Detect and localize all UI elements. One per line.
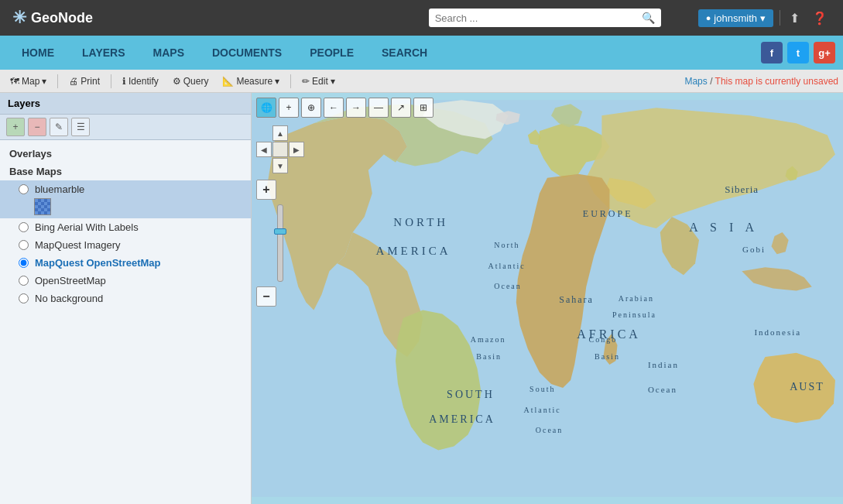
layer-bing-aerial[interactable]: Bing Aerial With Labels (0, 218, 251, 236)
logo-text: GeoNode (31, 10, 93, 26)
layer-label-none: No background (35, 293, 242, 304)
bluemarble-thumbnail (34, 198, 51, 215)
layer-no-background[interactable]: No background (0, 290, 251, 307)
map-tools-row: 🌐 + ⊕ ← → — ↗ ⊞ (256, 98, 433, 118)
world-map-svg (252, 93, 843, 504)
zoom-in-map-tool[interactable]: + (279, 98, 299, 118)
facebook-icon[interactable]: f (761, 42, 783, 63)
layer-mapquest-imagery[interactable]: MapQuest Imagery (0, 236, 251, 254)
layers-tools: + − ✎ ☰ (0, 115, 251, 140)
social-icons: f t g+ (761, 42, 835, 63)
pan-center (272, 142, 288, 157)
print-button[interactable]: 🖨 Print (63, 74, 105, 89)
user-area: ● johnsmith ▾ ⬆ ❓ (698, 9, 831, 27)
toolbar-separator-3 (290, 74, 291, 88)
overlays-label: Overlays (0, 145, 251, 163)
twitter-icon[interactable]: t (787, 42, 809, 63)
basemap-radio-mapquest-img[interactable] (19, 240, 29, 250)
user-menu-button[interactable]: ● johnsmith ▾ (698, 9, 773, 27)
layers-title: Layers (8, 98, 40, 109)
layer-label-mapquest-osm: MapQuest OpenStreetMap (35, 257, 242, 269)
main-navigation: HOME LAYERS MAPS DOCUMENTS PEOPLE SEARCH… (0, 36, 843, 70)
globe-map-tool[interactable]: 🌐 (256, 98, 276, 118)
identify-map-tool[interactable]: ⊕ (301, 98, 321, 118)
pan-up-button[interactable]: ▲ (272, 125, 288, 141)
content-area: Layers + − ✎ ☰ Overlays Base Maps bluema… (0, 93, 843, 504)
map-menu-button[interactable]: 🗺 Map ▾ (5, 74, 52, 89)
nav-divider (780, 10, 780, 26)
map-toolbar-bar: 🗺 Map ▾ 🖨 Print ℹ Identify ⚙ Query 📐 Mea… (0, 70, 843, 93)
toolbar-separator-2 (111, 74, 111, 88)
zoom-slider-track (277, 204, 283, 282)
measure-line-tool[interactable]: — (368, 98, 389, 118)
basemap-radio-bluemarble[interactable] (19, 184, 29, 194)
bluemarble-thumb-row (0, 198, 251, 218)
nav-people[interactable]: PEOPLE (296, 37, 368, 68)
nav-search[interactable]: SEARCH (368, 37, 441, 68)
add-layer-button[interactable]: + (6, 118, 25, 136)
breadcrumb: Maps / This map is currently unsaved (684, 76, 838, 87)
pan-right-button[interactable]: ▶ (289, 142, 304, 157)
map-view[interactable]: 🌐 + ⊕ ← → — ↗ ⊞ ▲ ◀ ▶ ▼ + (252, 93, 843, 504)
help-button[interactable]: ❓ (809, 9, 831, 27)
edit-layer-button[interactable]: ✎ (50, 118, 68, 136)
measure-button[interactable]: 📐 Measure ▾ (217, 74, 285, 89)
query-button[interactable]: ⚙ Query (167, 74, 214, 89)
basemaps-label: Base Maps (0, 163, 251, 180)
top-navigation: ✳ GeoNode 🔍 ● johnsmith ▾ ⬆ ❓ (0, 0, 843, 36)
layer-label-mapquest-img: MapQuest Imagery (35, 239, 242, 251)
layer-mapquest-osm[interactable]: MapQuest OpenStreetMap (0, 254, 251, 272)
toolbar-separator (57, 74, 58, 88)
pan-left-button[interactable]: ◀ (256, 142, 272, 157)
map-zoom-controls: ▲ ◀ ▶ ▼ + − (256, 125, 304, 307)
layer-label-bluemarble: bluemarble (35, 183, 242, 195)
layer-options-button[interactable]: ☰ (71, 118, 90, 136)
search-bar: 🔍 (429, 9, 661, 27)
layers-panel: Layers + − ✎ ☰ Overlays Base Maps bluema… (0, 93, 252, 504)
zoom-in-button[interactable]: + (256, 180, 276, 200)
googleplus-icon[interactable]: g+ (814, 42, 835, 63)
pan-down-button[interactable]: ▼ (272, 158, 288, 173)
nav-maps[interactable]: MAPS (139, 37, 198, 68)
basemap-radio-bing[interactable] (19, 222, 29, 232)
basemap-radio-osm[interactable] (19, 276, 29, 286)
pan-controls: ▲ ◀ ▶ ▼ (256, 125, 304, 173)
zoom-out-button[interactable]: − (256, 286, 276, 307)
search-input[interactable] (435, 12, 637, 24)
prev-extent-map-tool[interactable]: ← (324, 98, 344, 118)
next-extent-map-tool[interactable]: → (346, 98, 366, 118)
user-dropdown-icon: ▾ (760, 12, 766, 24)
layers-list: Overlays Base Maps bluemarble Bing Aeria… (0, 140, 251, 504)
basemap-radio-mapquest-osm[interactable] (19, 258, 29, 268)
map-status: This map is currently unsaved (715, 76, 838, 87)
logo: ✳ GeoNode (12, 8, 93, 28)
edit-button[interactable]: ✏ Edit ▾ (296, 74, 341, 89)
remove-layer-button[interactable]: − (28, 118, 46, 136)
logo-icon: ✳ (12, 8, 26, 28)
nav-home[interactable]: HOME (8, 37, 68, 68)
pan-map-tool[interactable]: ↗ (391, 98, 411, 118)
basemap-radio-none[interactable] (19, 293, 29, 303)
zoom-slider-thumb[interactable] (274, 228, 286, 235)
grid-map-tool[interactable]: ⊞ (413, 98, 433, 118)
layers-header: Layers (0, 93, 251, 115)
nav-documents[interactable]: DOCUMENTS (198, 37, 296, 68)
username-label: johnsmith (714, 12, 757, 24)
layer-label-osm: OpenStreetMap (35, 275, 242, 286)
breadcrumb-maps-link[interactable]: Maps (684, 76, 707, 87)
nav-layers[interactable]: LAYERS (68, 37, 139, 68)
layer-osm[interactable]: OpenStreetMap (0, 272, 251, 290)
identify-button[interactable]: ℹ Identify (117, 74, 164, 89)
layer-bluemarble[interactable]: bluemarble (0, 180, 251, 198)
layer-label-bing: Bing Aerial With Labels (35, 221, 242, 233)
upload-button[interactable]: ⬆ (786, 9, 803, 27)
search-submit-button[interactable]: 🔍 (642, 12, 655, 24)
